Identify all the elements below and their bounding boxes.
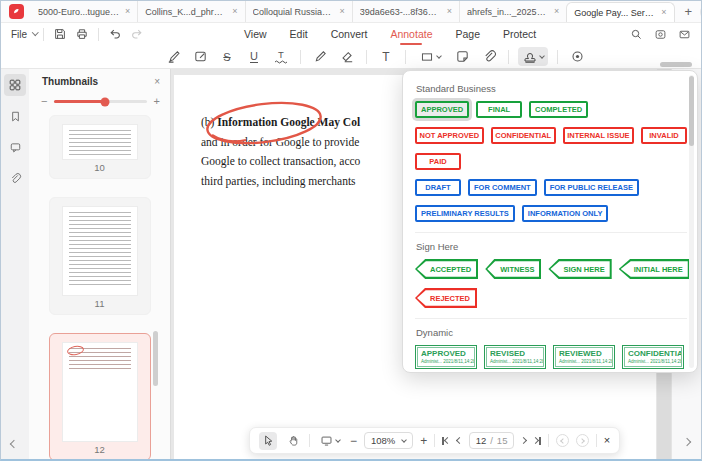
stamp-row: PRELIMINARY RESULTS INFORMATION ONLY <box>415 205 687 222</box>
menu-item[interactable]: Protect <box>503 24 536 44</box>
scrollbar-thumb[interactable] <box>153 331 158 386</box>
slider-knob[interactable] <box>101 97 110 106</box>
arrow-stamp-button[interactable]: REJECTED <box>415 288 477 308</box>
view-history-back-button[interactable] <box>556 434 569 447</box>
stamp-button[interactable]: INTERNAL ISSUE <box>563 127 634 144</box>
red-ellipse-annotation[interactable] <box>188 93 340 153</box>
menu-item[interactable]: Convert <box>331 24 368 44</box>
search-icon[interactable] <box>630 28 643 41</box>
strikethrough-tool-icon[interactable]: S <box>217 47 237 66</box>
document-tab[interactable]: ahrefs_in..._20250825 <box>459 1 566 22</box>
select-tool-button[interactable] <box>259 432 277 450</box>
zoom-in-button[interactable]: + <box>420 435 427 447</box>
dynamic-stamp-button[interactable]: CONFIDENTIAL Administ... 2021/8/11,14:28… <box>622 345 684 369</box>
tab-close-icon[interactable] <box>340 7 345 16</box>
dynamic-stamp-button[interactable]: REVIEWED Administ... 2021/8/11,14:28:28 <box>553 345 615 369</box>
scrollbar-thumb[interactable] <box>689 76 694 146</box>
view-mode-button[interactable] <box>317 432 343 450</box>
text-tool-icon[interactable]: T <box>376 47 396 66</box>
stamp-button[interactable]: DRAFT <box>415 179 461 196</box>
hand-tool-button[interactable] <box>284 432 302 450</box>
last-page-button[interactable] <box>533 437 540 445</box>
dynamic-stamp-button[interactable]: REVISED Administ... 2021/8/11,14:28:28 <box>484 345 546 369</box>
stamp-button[interactable]: CONFIDENTIAL <box>491 127 556 144</box>
arrow-stamp-button[interactable]: INITIAL HERE <box>619 259 690 279</box>
file-menu-label: File <box>11 29 27 40</box>
stamp-button[interactable]: NOT APPROVED <box>415 127 484 144</box>
attachments-panel-button[interactable] <box>4 167 26 189</box>
highlight-tool-icon[interactable] <box>163 47 183 66</box>
first-page-button[interactable] <box>442 437 449 445</box>
stamp-button[interactable]: APPROVED <box>415 101 469 118</box>
stamp-button[interactable]: PRELIMINARY RESULTS <box>415 205 515 222</box>
document-tab[interactable]: Collins_K...d_phrases <box>137 1 244 22</box>
squiggly-underline-tool-icon[interactable]: T <box>271 47 291 66</box>
document-tab[interactable]: Colloquial Russian 2 <box>245 1 352 22</box>
pencil-tool-icon[interactable] <box>310 47 330 66</box>
page-thumbnail-card[interactable]: 10 <box>49 115 151 179</box>
close-toolbar-button[interactable]: × <box>604 435 610 446</box>
new-tab-button[interactable]: + <box>685 5 693 18</box>
tab-close-icon[interactable] <box>661 8 666 17</box>
attachment-tool-icon[interactable] <box>479 47 499 66</box>
divider <box>415 232 687 233</box>
arrow-stamp-button[interactable]: ACCEPTED <box>415 259 478 279</box>
previous-page-button[interactable] <box>456 437 463 444</box>
comments-panel-button[interactable] <box>4 136 26 158</box>
menu-item[interactable]: Edit <box>290 24 308 44</box>
tab-close-icon[interactable] <box>447 7 452 16</box>
area-highlight-tool-icon[interactable] <box>190 47 210 66</box>
slider-minus-button[interactable]: − <box>41 96 47 107</box>
eye-tool-icon[interactable] <box>567 47 587 66</box>
page-thumbnail-card[interactable]: 12 <box>49 333 151 461</box>
menu-item[interactable]: Page <box>455 24 480 44</box>
scrollbar-thumb[interactable] <box>660 62 692 67</box>
print-button[interactable] <box>75 27 89 41</box>
stamp-button[interactable]: FOR PUBLIC RELEASE <box>544 179 639 196</box>
thumbnails-panel-button[interactable] <box>4 74 26 96</box>
page-number-input[interactable]: 12 / 15 <box>469 432 515 449</box>
document-tab[interactable]: 5000-Euro...tuguese * <box>31 1 137 22</box>
sticky-note-tool-icon[interactable] <box>452 47 472 66</box>
zoom-out-button[interactable]: − <box>350 435 357 447</box>
stamp-button[interactable]: FOR COMMENT <box>468 179 537 196</box>
undo-button[interactable] <box>108 27 122 41</box>
underline-tool-icon[interactable]: U <box>244 47 264 66</box>
stamp-button[interactable]: PAID <box>415 153 461 170</box>
document-tab[interactable]: 39da6e63-...8f36aa7ad <box>352 1 459 22</box>
slider-track[interactable] <box>54 100 146 103</box>
menu-item[interactable]: Annotate <box>390 24 432 44</box>
stamp-button[interactable]: FINAL <box>476 101 522 118</box>
collapse-sidebar-button[interactable] <box>10 440 18 448</box>
document-tab[interactable]: Google Pay... Service * <box>566 2 674 22</box>
slider-plus-button[interactable]: + <box>154 96 160 107</box>
tab-title: ahrefs_in..._20250825 <box>467 7 549 17</box>
tab-close-icon[interactable] <box>125 7 130 16</box>
stamp-tool-button[interactable] <box>518 47 548 66</box>
menu-item[interactable]: View <box>244 24 267 44</box>
expand-right-panel-button[interactable] <box>683 438 691 446</box>
eraser-tool-icon[interactable] <box>337 47 357 66</box>
close-panel-icon[interactable]: × <box>154 76 160 87</box>
view-history-forward-button[interactable] <box>576 434 589 447</box>
file-menu[interactable]: File <box>11 29 38 40</box>
save-button[interactable] <box>53 27 67 41</box>
dynamic-stamp-button[interactable]: APPROVED Administ... 2021/8/11,14:28:28 <box>415 345 477 369</box>
tab-close-icon[interactable] <box>554 7 559 16</box>
redo-button[interactable] <box>130 27 144 41</box>
bookmarks-panel-button[interactable] <box>4 105 26 127</box>
stamp-button[interactable]: INFORMATION ONLY <box>522 205 609 222</box>
stamp-button[interactable]: COMPLETED <box>529 101 588 118</box>
dynamic-stamp-inner: REVIEWED Administ... 2021/8/11,14:28:28 <box>555 347 613 367</box>
capture-icon[interactable] <box>654 28 667 41</box>
stamp-button[interactable]: INVALID <box>641 127 687 144</box>
arrow-stamp-button[interactable]: SIGN HERE <box>548 259 611 279</box>
arrow-stamp-button[interactable]: WITNESS <box>485 259 541 279</box>
page-thumbnail-card[interactable]: 11 <box>49 197 151 315</box>
zoom-level-select[interactable]: 108% <box>364 432 413 449</box>
next-page-button[interactable] <box>520 437 527 444</box>
mail-icon[interactable] <box>678 28 691 41</box>
shapes-tool-button[interactable] <box>415 47 445 66</box>
tab-close-icon[interactable] <box>232 7 237 16</box>
stamp-label: APPROVED <box>421 105 463 114</box>
